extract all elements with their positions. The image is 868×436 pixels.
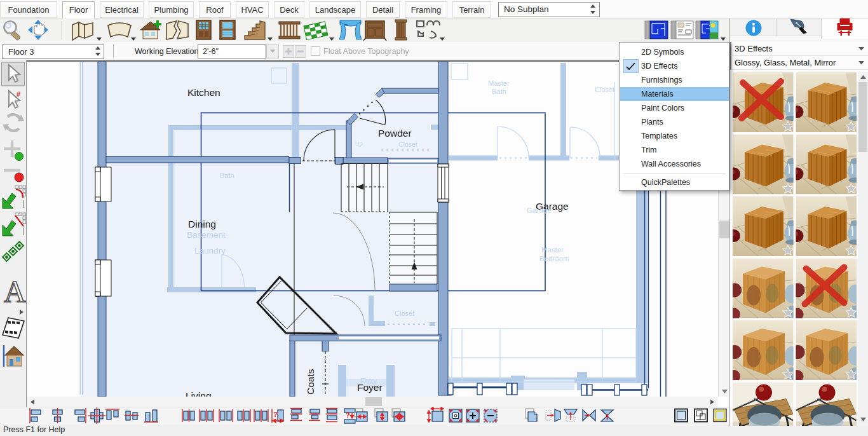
svg-text:Garage: Garage xyxy=(527,207,551,214)
svg-text:Master: Master xyxy=(541,246,564,254)
svg-text:Coats: Coats xyxy=(305,369,316,395)
svg-text:Laundry: Laundry xyxy=(194,246,226,255)
svg-text:Bath: Bath xyxy=(220,172,234,179)
svg-text:?: ? xyxy=(273,411,278,418)
svg-text:?: ? xyxy=(346,411,350,419)
svg-text:Powder: Powder xyxy=(378,128,412,139)
svg-text:Bedroom: Bedroom xyxy=(539,255,569,262)
svg-text:Entry: Entry xyxy=(360,377,377,385)
svg-text:Bath: Bath xyxy=(492,88,506,95)
svg-text:Dining: Dining xyxy=(188,219,216,229)
svg-text:Up: Up xyxy=(355,140,363,147)
svg-text:Kitchen: Kitchen xyxy=(187,87,220,98)
svg-text:Closet: Closet xyxy=(395,310,414,317)
svg-text:Closet: Closet xyxy=(595,86,614,93)
svg-text:Living: Living xyxy=(186,390,212,397)
svg-text:Closet: Closet xyxy=(398,140,417,148)
svg-text:A: A xyxy=(4,275,26,308)
svg-text:Master: Master xyxy=(488,79,510,87)
svg-text:Basement: Basement xyxy=(187,230,226,240)
svg-text:#: # xyxy=(17,90,20,98)
